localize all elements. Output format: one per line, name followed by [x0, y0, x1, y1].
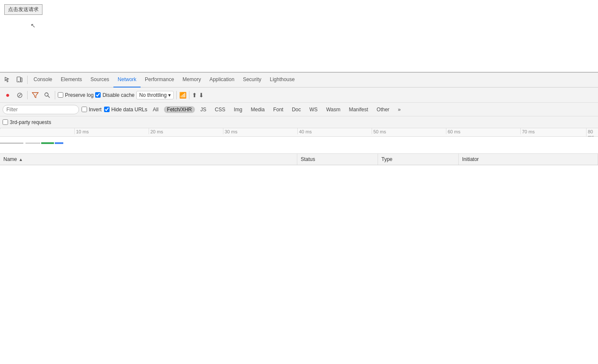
th-type[interactable]: Type [378, 154, 459, 165]
tab-separator [27, 76, 28, 84]
th-name[interactable]: Name ▲ [0, 154, 297, 165]
timeline-waterfall [0, 142, 63, 144]
cursor-indicator: ↖ [31, 22, 36, 29]
filter-input[interactable] [3, 105, 79, 114]
device-toolbar-icon[interactable] [14, 74, 25, 86]
record-button[interactable]: ● [3, 90, 13, 100]
filter-chip-wasm[interactable]: Wasm [323, 106, 344, 113]
filter-chip-manifest[interactable]: Manifest [346, 106, 371, 113]
tab-application[interactable]: Application [205, 73, 239, 87]
sort-arrow-name: ▲ [19, 157, 23, 162]
filter-chip-fetch-xhr[interactable]: Fetch/XHR [164, 106, 195, 113]
filter-chip-font[interactable]: Font [270, 106, 286, 113]
preserve-log-label[interactable]: Preserve log [58, 92, 93, 98]
tab-network[interactable]: Network [113, 73, 141, 87]
tab-performance[interactable]: Performance [141, 73, 178, 87]
third-party-bar: 3rd-party requests [0, 116, 598, 128]
toolbar-sep-2 [55, 91, 55, 99]
hide-data-urls-label[interactable]: Hide data URLs [104, 107, 147, 113]
toolbar-sep-4 [189, 91, 189, 99]
th-status[interactable]: Status [297, 154, 378, 165]
ruler-50ms: 50 ms [372, 128, 386, 134]
page-area: 点击发送请求 ↖ [0, 0, 598, 72]
search-button[interactable] [42, 90, 52, 100]
third-party-checkbox[interactable] [3, 119, 8, 125]
preserve-log-checkbox[interactable] [58, 92, 63, 98]
wf-segment-green [41, 142, 54, 144]
filter-chip-css[interactable]: CSS [212, 106, 228, 113]
wifi-settings-icon[interactable]: 📶 [179, 92, 186, 99]
disable-cache-checkbox[interactable] [95, 92, 101, 98]
toolbar-sep-1 [27, 91, 28, 99]
filter-chip-js[interactable]: JS [197, 106, 209, 113]
table-body [0, 165, 598, 293]
devtools-panel: Console Elements Sources Network Perform… [0, 72, 598, 364]
tab-console[interactable]: Console [29, 73, 56, 87]
import-har-icon[interactable]: ⬆ [192, 92, 197, 99]
filter-requests-button[interactable] [30, 90, 40, 100]
throttle-select[interactable]: No throttling ▾ [136, 91, 174, 99]
svg-rect-1 [18, 81, 19, 82]
th-initiator[interactable]: Initiator [459, 154, 598, 165]
filter-chip-doc[interactable]: Doc [289, 106, 304, 113]
ruler-10ms: 10 ms [74, 128, 89, 134]
ruler-40ms: 40 ms [297, 128, 312, 134]
svg-point-3 [45, 93, 48, 96]
timeline-body [0, 137, 598, 154]
network-toolbar: ● ⊘ Preserve log Disable cache No thrott… [0, 87, 598, 103]
filter-chip-all[interactable]: All [150, 106, 161, 113]
tab-lighthouse[interactable]: Lighthouse [265, 73, 299, 87]
third-party-label[interactable]: 3rd-party requests [3, 119, 51, 125]
filter-chip-media[interactable]: Media [248, 106, 268, 113]
filter-chip-img[interactable]: Img [231, 106, 245, 113]
hide-data-urls-checkbox[interactable] [104, 107, 110, 112]
filter-bar: Invert Hide data URLs All Fetch/XHR JS C… [0, 103, 598, 116]
ruler-20ms: 20 ms [149, 128, 163, 134]
ruler-70ms: 70 ms [520, 128, 535, 134]
throttle-dropdown-arrow: ▾ [168, 92, 171, 98]
svg-line-4 [48, 96, 50, 98]
svg-rect-2 [21, 78, 22, 82]
tab-elements[interactable]: Elements [56, 73, 86, 87]
filter-chip-other[interactable]: Other [374, 106, 392, 113]
timeline-area: 10 ms 20 ms 30 ms 40 ms 50 ms 60 ms 70 m… [0, 128, 598, 154]
inspect-element-icon[interactable] [2, 74, 14, 86]
timeline-ruler: 10 ms 20 ms 30 ms 40 ms 50 ms 60 ms 70 m… [0, 128, 598, 137]
network-table: Name ▲ Status Type Initiator [0, 154, 598, 364]
table-header: Name ▲ Status Type Initiator [0, 154, 598, 165]
tab-memory[interactable]: Memory [178, 73, 205, 87]
invert-label[interactable]: Invert [82, 107, 102, 113]
ruler-30ms: 30 ms [223, 128, 237, 134]
send-request-button[interactable]: 点击发送请求 [4, 4, 42, 15]
invert-checkbox[interactable] [82, 107, 87, 112]
wf-segment-blue [55, 142, 63, 144]
filter-chip-more[interactable]: » [395, 106, 404, 113]
toolbar-sep-3 [176, 91, 177, 99]
export-har-icon[interactable]: ⬇ [199, 92, 204, 99]
stop-button[interactable]: ⊘ [14, 90, 25, 100]
wf-segment-2 [25, 143, 40, 144]
disable-cache-label[interactable]: Disable cache [95, 92, 134, 98]
devtools-tab-bar: Console Elements Sources Network Perform… [0, 73, 598, 87]
ruler-0ms [0, 128, 2, 129]
tab-security[interactable]: Security [239, 73, 265, 87]
tab-sources[interactable]: Sources [86, 73, 113, 87]
ruler-60ms: 60 ms [446, 128, 460, 134]
filter-chip-ws[interactable]: WS [307, 106, 321, 113]
wf-segment-1 [0, 143, 23, 144]
